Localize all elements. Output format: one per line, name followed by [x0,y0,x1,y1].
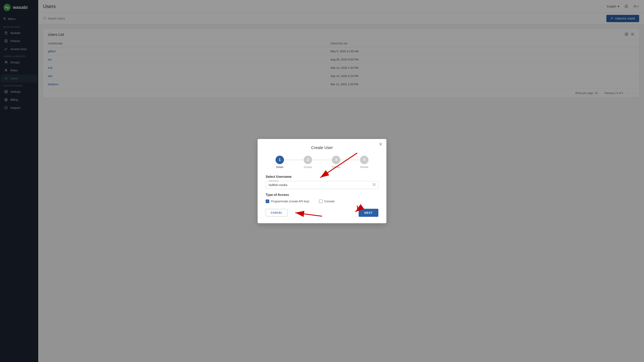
programmatic-option[interactable]: ✓ Programmatic (create API key) [266,200,309,203]
username-field-container: Username [266,181,378,189]
select-username-title: Select Username [266,175,378,179]
step-3: 3 Policies [322,156,350,169]
console-checkbox[interactable] [319,200,322,203]
step-2: 2 Groups [294,156,322,169]
next-button[interactable]: NEXT [359,209,378,217]
console-label: Console [324,200,334,203]
username-field-label: Username [268,180,279,182]
step-circle-4: 4 [360,156,368,164]
modal-overlay: ✕ Create User 1 Details 2 Groups 3 Polic… [0,0,644,362]
access-options: ✓ Programmatic (create API key) Console [266,200,378,203]
step-4: 4 Review [350,156,378,169]
step-label-3: Policies [332,166,340,169]
svg-rect-26 [373,183,374,184]
svg-rect-29 [374,185,375,186]
cancel-button[interactable]: CANCEL [266,209,288,216]
step-number-2: 2 [307,158,309,162]
programmatic-checkbox[interactable]: ✓ [266,200,269,203]
modal-actions: CANCEL NEXT [266,209,378,217]
step-label-4: Review [360,166,368,169]
input-action-icon [372,183,376,187]
step-label-1: Details [276,166,284,169]
step-1: 1 Details [266,156,294,169]
programmatic-label: Programmatic (create API key) [271,200,309,203]
access-type-title: Type of Access [266,193,378,197]
step-number-3: 3 [335,158,337,162]
console-option[interactable]: Console [319,200,334,203]
check-icon: ✓ [266,200,268,203]
svg-rect-27 [374,183,375,184]
step-circle-3: 3 [332,156,340,164]
modal-title: Create User [266,145,378,150]
step-circle-1: 1 [276,156,284,164]
step-circle-2: 2 [304,156,312,164]
step-number-1: 1 [279,158,281,162]
step-label-2: Groups [304,166,312,169]
create-user-modal: ✕ Create User 1 Details 2 Groups 3 Polic… [258,139,386,223]
svg-rect-28 [373,185,374,186]
modal-close-button[interactable]: ✕ [379,142,382,147]
step-number-4: 4 [363,158,365,162]
username-input[interactable] [269,183,369,187]
steps-indicator: 1 Details 2 Groups 3 Policies 4 R [266,156,378,169]
